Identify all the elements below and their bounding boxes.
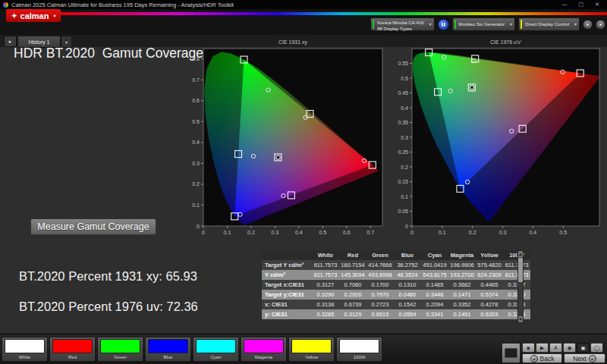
source-connect-button[interactable]: Murideo Six Generator ▾ [452,17,515,31]
swatch-label: Green [114,355,127,359]
close-button[interactable]: ✕ [595,0,599,9]
table-cell: 0.3285 [503,309,530,319]
y-tick-label: 0.7 [192,77,200,83]
table-cell: 0.5374 [476,290,503,300]
stop-button[interactable]: ■ [522,343,535,353]
column-header: Green [366,250,394,260]
table-cell: 0.3138 [503,300,530,309]
calman-app-icon [3,2,8,8]
table-row: Target y:CIE310.32900.29200.79700.04600.… [262,290,530,300]
back-button[interactable]: ◂ Back [522,353,562,363]
scrollbar-thumb[interactable] [518,258,523,282]
table-cell: 36.2752 [394,260,421,270]
y-tick-label: 0.05 [398,209,408,214]
table-cell: 543.8175 [421,270,448,280]
table-scrollbar[interactable] [517,250,524,323]
table-cell: 160.7154 [339,260,366,270]
source-status-strip [454,20,456,29]
table-cell: 0.3682 [448,280,476,290]
scroll-up-button[interactable] [518,251,523,257]
pattern-swatch-blue[interactable]: Blue [145,337,191,362]
row-label: Y cd/m² [262,270,312,280]
meter-name: Konica Minolta CA-410 [377,20,423,26]
display-control-button[interactable]: Direct Display Control ▾ [518,17,580,31]
table-cell: 0.1310 [394,280,421,290]
meter-read-button[interactable]: ◉ [563,343,576,353]
column-header: 100W [503,250,530,260]
meter-connect-button[interactable]: Konica Minolta CA-410 88 Display Types ▾ [370,17,434,31]
y-tick-label: 0.55 [398,61,408,66]
y-tick-label: 0.25 [398,149,408,155]
row-label: Target y:CIE31 [262,290,312,300]
y-tick-label: 0.3 [401,135,408,140]
header-bar: ✦ calman ▾ Konica Minolta CA-410 88 Disp… [0,9,607,35]
auto-advance-button[interactable]: A [549,343,562,353]
table-cell: 575.4820 [476,260,503,270]
table-header-row: WhiteRedGreenBlueCyanMagentaYellow100W [262,250,530,260]
table-cell: 0.3290 [503,290,530,300]
swatch-color [148,339,188,353]
y-tick-label: 0.1 [401,194,408,199]
x-tick-label: 0.3 [499,230,507,235]
measurement-table: WhiteRedGreenBlueCyanMagentaYellow100WTa… [262,250,524,323]
pattern-swatch-white[interactable]: White [2,337,48,362]
table-cell: 0.2723 [366,300,394,309]
settings-gear-icon [587,24,589,26]
pattern-swatch-red[interactable]: Red [49,337,96,362]
calman-logo-text: calman [20,11,49,20]
play-button[interactable]: ▶ [536,343,549,353]
table-cell: 611.7573 [503,270,530,280]
table-cell: 0.3446 [421,290,448,300]
y-tick-label: 0.15 [398,179,408,184]
pattern-swatch-green[interactable]: Green [97,337,143,362]
pattern-swatch-100w[interactable]: 100W [336,337,382,362]
help-button[interactable] [596,20,605,30]
measure-gamut-button[interactable]: Measure Gamut Coverage [30,218,156,235]
pattern-swatch-magenta[interactable]: Magenta [241,337,287,362]
result-1976-uv: BT.2020 Percent 1976 uv: 72.36 [19,300,198,314]
maximize-button[interactable]: ▢ [579,0,584,9]
pattern-window-button[interactable]: ▣ [577,343,590,353]
x-tick-label: 0.3 [272,230,279,235]
scroll-down-button[interactable] [518,316,523,322]
workflow-nav: ◂ Back Next ▸ [522,353,605,363]
table-cell: 0.3129 [339,309,366,319]
table-cell: 0.4465 [476,280,503,290]
pattern-swatch-cyan[interactable]: Cyan [193,337,239,362]
table-cell: 0.3341 [421,309,448,319]
x-tick-label: 0.4 [295,230,303,235]
y-tick-label: 0.2 [192,181,200,187]
table-cell: 414.7666 [366,260,394,270]
table-cell: 0.0460 [394,290,421,300]
swatch-label: Red [68,355,77,359]
table-cell: 0.1542 [394,300,421,309]
table-cell: 0.3285 [312,309,339,319]
settings-button[interactable] [583,20,593,30]
swatch-color [100,339,140,353]
x-tick-label: 0.5 [559,230,567,235]
y-tick-label: 0.35 [398,120,408,125]
result-1931-xy: BT.2020 Percent 1931 xy: 65.93 [19,269,197,284]
white-target-dot [277,156,279,158]
table-cell: 48.3524 [394,270,421,280]
x-tick-label: 0.4 [529,230,536,235]
pattern-window-button[interactable] [502,343,521,363]
table-cell: 0.1451 [448,309,476,319]
table-cell: 0.7080 [339,280,366,290]
table-cell: 451.0419 [421,260,448,270]
cie-1976-chart: CIE 1976 u'v' 00.10.20.30.40.500.050.10.… [389,38,607,240]
table-cell: 0.3127 [503,280,530,290]
pattern-swatch-yellow[interactable]: Yellow [288,337,335,362]
y-tick-label: 0.4 [401,105,408,111]
minimize-button[interactable]: — [562,0,568,9]
swatch-label: Cyan [210,355,221,359]
column-header: White [312,250,339,260]
table-cell: 611.7573 [312,260,339,270]
meter-pause-button[interactable] [438,19,449,30]
y-tick-label: 0.8 [192,56,200,61]
calman-menu-button[interactable]: ✦ calman ▾ [6,9,61,22]
column-header: Cyan [421,250,448,260]
source-name: Murideo Six Generator [459,21,505,27]
next-button[interactable]: Next ▸ [564,353,605,363]
session-button[interactable]: ◯ [590,343,603,353]
